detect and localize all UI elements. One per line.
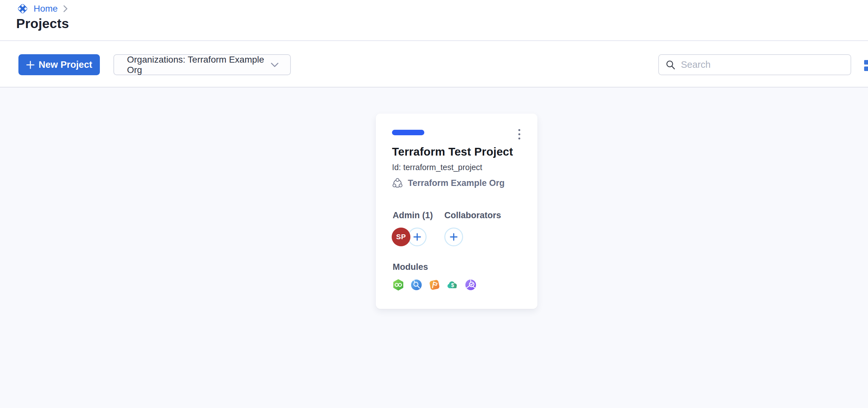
kebab-dot: [518, 137, 520, 139]
project-color-pill: [392, 130, 424, 135]
organization-icon: [391, 177, 404, 189]
page-title: Projects: [16, 16, 69, 31]
collaborators-label: Collaborators: [444, 210, 501, 220]
new-project-button[interactable]: New Project: [19, 54, 100, 75]
projects-grid: Terraform Test Project Id: terraform_tes…: [0, 88, 868, 408]
breadcrumb-home-link[interactable]: Home: [34, 4, 58, 14]
plus-icon: [26, 61, 35, 69]
add-admin-button[interactable]: [408, 228, 427, 246]
search-module-icon[interactable]: [410, 279, 422, 291]
breadcrumb-chevron-icon: [62, 4, 68, 13]
policy-check-module-icon[interactable]: [465, 279, 477, 291]
view-toggle-square: [864, 67, 868, 71]
admin-label: Admin (1): [393, 210, 433, 220]
add-collaborator-button[interactable]: [444, 228, 463, 246]
cost-cloud-module-icon[interactable]: $: [446, 279, 459, 291]
search-box: [658, 54, 851, 75]
search-icon: [665, 60, 676, 70]
toolbar: New Project Organizations: Terraform Exa…: [0, 42, 868, 88]
plus-icon: [450, 233, 458, 241]
project-title[interactable]: Terraform Test Project: [392, 145, 525, 158]
modules-row: $: [392, 279, 477, 291]
project-menu-button[interactable]: [514, 127, 525, 142]
organizations-filter-value: Organizations: Terraform Example Org: [127, 55, 270, 75]
flag-module-icon[interactable]: [429, 279, 440, 291]
project-card[interactable]: Terraform Test Project Id: terraform_tes…: [376, 114, 537, 309]
project-organization[interactable]: Terraform Example Org: [391, 177, 505, 189]
admin-avatar[interactable]: SP: [392, 228, 410, 246]
page-header: Home Projects: [0, 0, 868, 41]
modules-label: Modules: [393, 262, 428, 272]
kebab-dot: [518, 129, 520, 131]
organizations-filter-dropdown[interactable]: Organizations: Terraform Example Org: [114, 54, 291, 75]
project-id: Id: terraform_test_project: [392, 163, 482, 172]
plus-icon: [413, 233, 422, 241]
view-toggle-icon[interactable]: [864, 60, 868, 71]
organization-name: Terraform Example Org: [408, 178, 505, 188]
app-logo-icon: [16, 2, 30, 15]
kebab-dot: [518, 133, 520, 135]
projects-page: Home Projects New Project Organizations:…: [0, 0, 868, 408]
svg-text:$: $: [451, 282, 454, 288]
infinity-module-icon[interactable]: [392, 279, 404, 291]
view-toggle-square: [864, 60, 868, 65]
breadcrumb: Home: [16, 2, 68, 15]
search-input[interactable]: [681, 59, 845, 70]
chevron-down-icon: [270, 62, 279, 67]
new-project-button-label: New Project: [39, 59, 92, 70]
